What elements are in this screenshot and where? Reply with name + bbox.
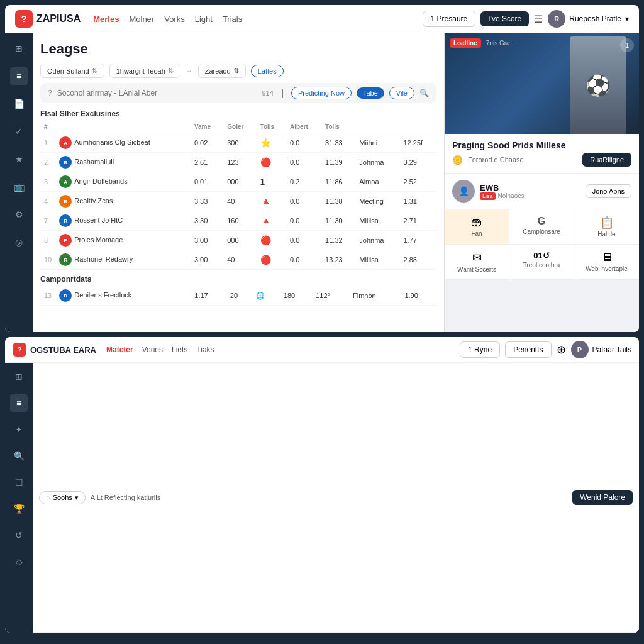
tolls-cell: 112° — [312, 286, 349, 306]
row-num: 2 — [40, 153, 55, 172]
bottom-menu-icon[interactable]: ⊕ — [557, 343, 566, 357]
albert-cell: 180 — [280, 286, 312, 306]
sidebar-icon-circle[interactable]: ◎ — [10, 233, 28, 251]
data-table-1: # Vame Goler Tolls Albert Tolls — [40, 121, 436, 270]
vame-cell: 1.17 — [191, 286, 226, 306]
b-sidebar-list[interactable]: ≡ — [10, 394, 28, 412]
logo-icon: ? — [15, 10, 33, 28]
tolls-cell: 11.38 — [321, 192, 355, 211]
bottom-header: ? OGSTUBA EARA Matcter Vories Liets Tiak… — [5, 337, 639, 363]
table-section-2: Camponrtdats 13 DDeniler s Frectlock 1.1… — [40, 275, 436, 306]
nav-molner[interactable]: Molner — [129, 14, 154, 24]
menu-icon[interactable]: ☰ — [534, 13, 543, 25]
match-meta: 🪙 Fororod o Chaase RuaRlligne — [452, 153, 631, 167]
filter-team[interactable]: 1hwargnt Teoah ⇅ — [109, 64, 180, 78]
extra2-cell: 12.25f — [400, 133, 437, 153]
team-cell: RRossent Jo HtC — [55, 211, 191, 231]
action-treol[interactable]: 01↺ Treol coo bra — [509, 245, 574, 279]
search-input[interactable] — [57, 89, 257, 97]
penentts-button[interactable]: Penentts — [505, 341, 551, 358]
sidebar-icon-tv[interactable]: 📺 — [10, 178, 28, 196]
section1-title: Flsal Slher Exclusines — [40, 109, 436, 118]
treol-label: Treol coo bra — [514, 262, 569, 269]
predicting-tag[interactable]: Predicting Now — [291, 87, 352, 99]
avatar: R — [548, 10, 565, 28]
action-web[interactable]: 🖥 Web lnvertaple — [574, 245, 639, 279]
sidebar-icon-star[interactable]: ★ — [10, 150, 28, 168]
nav-vorks[interactable]: Vorks — [164, 14, 185, 24]
action-grid-1: 🏟 Fan G Camplonsare 📋 Halide — [445, 209, 639, 245]
goler-cell: 40 — [223, 192, 256, 211]
b-sidebar-refresh[interactable]: ↺ — [10, 526, 28, 544]
match-overlay: Loalllne 7nis Gra 1 — [445, 33, 639, 134]
action-camplonsare[interactable]: G Camplonsare — [509, 209, 574, 244]
nav-merles[interactable]: Merles — [93, 14, 119, 24]
camplonsare-label: Camplonsare — [514, 228, 569, 235]
table-row: 7 RRossent Jo HtC 3.30 160 🔺 0.0 11.30 M… — [40, 211, 436, 231]
player-role: Nolnaoes — [498, 192, 525, 199]
extra-cell: Fimhon — [349, 286, 401, 306]
ryne-button[interactable]: 1 Ryne — [460, 341, 500, 358]
join-button[interactable]: Jono Apns — [586, 184, 631, 198]
lattes-tag[interactable]: Lattes — [251, 65, 284, 77]
wamt-label: Wamt Sccerts — [450, 266, 504, 273]
content-area: Leagse Oden Sulland ⇅ 1hwargnt Teoah ⇅ →… — [33, 33, 639, 332]
b-sidebar-box[interactable]: ☐ — [10, 474, 28, 491]
fan-icon: 🏟 — [450, 216, 504, 229]
fan-label: Fan — [450, 230, 504, 237]
b-sidebar-trophy[interactable]: 🏆 — [10, 500, 28, 518]
divider-icon: | — [281, 87, 284, 99]
match-time: 7nis Gra — [486, 40, 510, 47]
table-row: 4 RRealtty Zcas 3.33 40 🔺 0.0 11.38 Mect… — [40, 192, 436, 211]
sidebar-icon-check[interactable]: ✓ — [10, 123, 28, 140]
app-name-bottom: OGSTUBA EARA — [30, 345, 96, 355]
player-avatar: 👤 — [452, 180, 475, 203]
vame-cell: 3.00 — [191, 250, 223, 270]
row-num: 4 — [40, 192, 55, 211]
search-circle-icon: ○ — [46, 494, 50, 501]
score-button[interactable]: I've Score — [480, 11, 529, 26]
sidebar-icon-doc[interactable]: 📄 — [10, 95, 28, 113]
tabe-tag[interactable]: Tabe — [357, 87, 384, 99]
vame-cell: 3.30 — [191, 211, 223, 231]
section2-title: Camponrtdats — [40, 275, 436, 284]
world-palore-button[interactable]: Wenid Palore — [572, 490, 633, 505]
action-fan[interactable]: 🏟 Fan — [445, 209, 509, 244]
albert-cell: 0.0 — [286, 211, 321, 231]
nav-matcter[interactable]: Matcter — [106, 345, 133, 354]
team-cell: RRashamallull — [55, 153, 191, 172]
nav-tiaks[interactable]: Tiaks — [196, 345, 214, 354]
header-right: 1 Presaure I've Score ☰ R Rueposh Pratle… — [423, 10, 629, 28]
arrow-icon: → — [186, 67, 193, 75]
nav-vories[interactable]: Vories — [142, 345, 163, 354]
vame-cell: 3.00 — [191, 231, 223, 250]
b-sidebar-search[interactable]: 🔍 — [10, 447, 28, 465]
col-tolls2: Tolls — [321, 121, 355, 133]
search-pill[interactable]: ○ Soohs ▾ — [39, 491, 86, 504]
filter-region[interactable]: Oden Sulland ⇅ — [40, 64, 104, 78]
sidebar-icon-list[interactable]: ≡ — [10, 67, 28, 85]
action-halide[interactable]: 📋 Halide — [574, 209, 639, 244]
search-bar: ? 914 | Predicting Now Tabe Vile 🔍 — [40, 83, 436, 103]
nav-liets[interactable]: Liets — [172, 345, 187, 354]
filter-date[interactable]: Zareadu ⇅ — [198, 64, 246, 78]
b-sidebar-star[interactable]: ✦ — [10, 421, 28, 438]
sidebar-icon-grid[interactable]: ⊞ — [10, 40, 28, 57]
web-label: Web lnvertaple — [579, 265, 634, 272]
nav-trials[interactable]: Trials — [223, 14, 242, 24]
sidebar-icon-settings[interactable]: ⚙ — [10, 206, 28, 223]
b-sidebar-diamond[interactable]: ◇ — [10, 553, 28, 570]
presaure-button[interactable]: 1 Presaure — [423, 11, 476, 27]
nav-light[interactable]: Light — [195, 14, 213, 24]
col-team — [55, 121, 191, 133]
run-button[interactable]: RuaRlligne — [582, 153, 631, 167]
player-name: EWB — [480, 183, 525, 192]
b-sidebar-grid[interactable]: ⊞ — [10, 368, 28, 386]
match-number: 1 — [620, 38, 634, 52]
col-tolls: Tolls — [257, 121, 286, 133]
search-icon[interactable]: 🔍 — [419, 89, 429, 97]
action-wamt[interactable]: ✉ Wamt Sccerts — [445, 245, 509, 279]
match-info-card: Praging Sood Prids Millese 🪙 Fororod o C… — [445, 134, 639, 174]
vile-tag[interactable]: Vile — [389, 87, 414, 99]
live-badge: Loalllne — [450, 38, 481, 48]
